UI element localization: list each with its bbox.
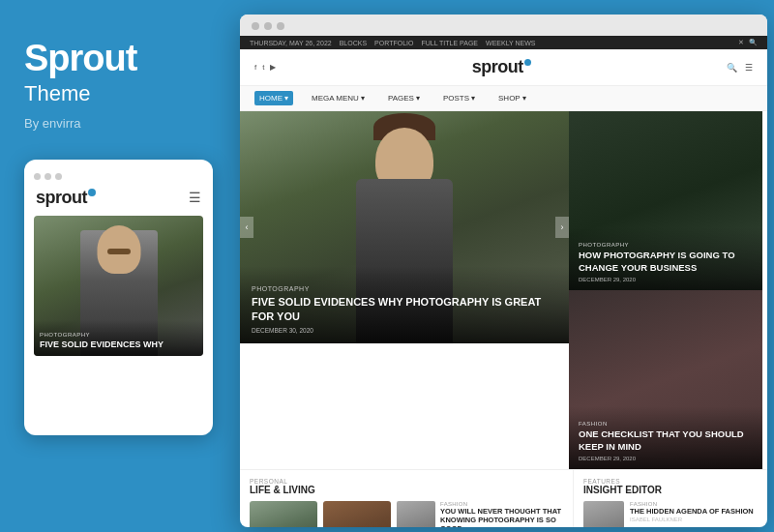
nav-pages[interactable]: PAGES ▾ [383,91,425,105]
theme-subtitle: Theme [24,81,213,106]
browser-dot-green [277,22,284,30]
hero-card-2-date: DECEMBER 29, 2020 [579,456,753,461]
topbar-icon-search[interactable]: 🔍 [749,39,758,46]
hero-card-2-overlay: FASHION ONE CHECKLIST THAT YOU SHOULD KE… [569,406,762,469]
hero-card-1-date: DECEMBER 29, 2020 [579,277,753,282]
lower-right-title: INSIGHT EDITOR [583,485,758,495]
mobile-dot-1 [34,173,41,180]
hero-card-2-category: FASHION [579,421,753,427]
hero-category: PHOTOGRAPHY [252,285,557,292]
hero-caption: PHOTOGRAPHY FIVE SOLID EVIDENCES WHY PHO… [240,266,569,343]
hero-right-cards: PHOTOGRAPHY HOW PHOTOGRAPHY IS GOING TO … [569,111,762,469]
site-topbar-right: ✕ 🔍 [738,39,758,46]
lower-left-title: LIFE & LIVING [250,485,563,495]
topbar-link-fullpage[interactable]: FULL TITLE PAGE [421,40,478,46]
right-article-text-1: FASHION THE HIDDEN AGENDA OF FASHION ISA… [630,501,758,522]
hero-date: DECEMBER 30, 2020 [252,327,557,334]
topbar-link-blocks[interactable]: BLOCKS [340,40,367,46]
header-menu-icon[interactable]: ☰ [745,63,753,73]
nav-megamenu[interactable]: MEGA MENU ▾ [307,91,370,105]
site-topbar-nav: BLOCKS PORTFOLIO FULL TITLE PAGE WEEKLY … [340,40,536,46]
site-header-social: f t ▶ [254,63,276,72]
theme-name: Sprout [24,39,213,79]
hero-card-1: PHOTOGRAPHY HOW PHOTOGRAPHY IS GOING TO … [569,111,762,290]
nav-shop[interactable]: SHOP ▾ [493,91,531,105]
mobile-menu-icon[interactable]: ☰ [189,190,201,205]
mobile-hero-title: FIVE SOLID EVIDENCES WHY [40,340,197,350]
hero-card-1-title: HOW PHOTOGRAPHY IS GOING TO CHANGE YOUR … [579,250,753,274]
mobile-logo: sprout [36,188,96,208]
lower-article-thumb-1 [250,501,317,527]
browser-dot-red [252,22,259,30]
topbar-date: THURSDAY, MAY 26, 2022 [250,40,332,46]
article-tiny-thumb-1 [397,501,435,527]
lower-left: PERSONAL LIFE & LIVING FASHION YOU WILL … [240,470,574,527]
right-article-thumb-1 [583,501,624,527]
site-logo[interactable]: sprout [472,57,531,77]
site-header: f t ▶ sprout 🔍 ☰ [240,49,767,86]
article-title-1: YOU WILL NEVER THOUGHT THAT KNOWING PHOT… [440,507,563,527]
topbar-link-weekly[interactable]: WEEKLY NEWS [486,40,535,46]
hero-card-1-overlay: PHOTOGRAPHY HOW PHOTOGRAPHY IS GOING TO … [569,227,762,290]
header-search-icon[interactable]: 🔍 [727,63,737,73]
social-facebook[interactable]: f [254,63,256,72]
site-logo-dot [524,59,531,66]
lower-left-label: PERSONAL [250,478,563,485]
site-topbar-left: THURSDAY, MAY 26, 2022 BLOCKS PORTFOLIO … [250,40,536,46]
right-article-title-1: THE HIDDEN AGENDA OF FASHION [630,507,758,516]
site-header-actions: 🔍 ☰ [727,63,753,73]
theme-author: By envirra [24,116,213,131]
list-item: FASHION YOU WILL NEVER THOUGHT THAT KNOW… [397,501,563,527]
hero-prev-button[interactable]: ‹ [240,217,253,238]
mobile-dots [34,173,203,180]
mobile-header: sprout ☰ [34,188,203,208]
lower-right-label: FEATURES [583,478,758,485]
social-youtube[interactable]: ▶ [270,63,276,72]
list-item: FASHION THE HIDDEN AGENDA OF FASHION ISA… [583,501,758,527]
article-text-1: FASHION YOU WILL NEVER THOUGHT THAT KNOW… [440,501,563,527]
hero-card-1-category: PHOTOGRAPHY [579,242,753,248]
mobile-dot-2 [45,173,51,180]
hero-section: ‹ › PHOTOGRAPHY FIVE SOLID EVIDENCES WHY… [240,111,569,343]
browser-window: THURSDAY, MAY 26, 2022 BLOCKS PORTFOLIO … [240,15,767,527]
right-article-author-1: ISABEL FAULKNER [630,517,758,522]
hero-title: FIVE SOLID EVIDENCES WHY PHOTOGRAPHY IS … [252,295,557,323]
mobile-hero-mustache [107,249,131,254]
lower-content: PERSONAL LIFE & LIVING FASHION YOU WILL … [240,469,767,527]
lower-article-list: FASHION YOU WILL NEVER THOUGHT THAT KNOW… [397,501,563,527]
right-articles: FASHION THE HIDDEN AGENDA OF FASHION ISA… [583,501,758,527]
mobile-mockup: sprout ☰ PHOTOGRAPHY FIVE SOLID EVIDENCE… [24,160,213,435]
lower-article-thumb-2 [323,501,391,527]
site-content: ‹ › PHOTOGRAPHY FIVE SOLID EVIDENCES WHY… [240,111,767,469]
nav-home[interactable]: HOME ▾ [254,91,293,105]
browser-chrome [240,15,767,36]
mobile-hero-image: PHOTOGRAPHY FIVE SOLID EVIDENCES WHY [34,216,203,356]
social-twitter[interactable]: t [262,63,264,72]
nav-posts[interactable]: POSTS ▾ [438,91,480,105]
lower-left-articles: FASHION YOU WILL NEVER THOUGHT THAT KNOW… [250,501,563,527]
browser-dot-yellow [264,22,272,30]
site-topbar: THURSDAY, MAY 26, 2022 BLOCKS PORTFOLIO … [240,36,767,49]
mobile-logo-dot [88,189,96,196]
lower-right: FEATURES INSIGHT EDITOR FASHION THE HIDD… [574,470,767,527]
topbar-icon-x[interactable]: ✕ [738,39,744,46]
site-nav: HOME ▾ MEGA MENU ▾ PAGES ▾ POSTS ▾ SHOP … [240,86,767,111]
hero-card-2-title: ONE CHECKLIST THAT YOU SHOULD KEEP IN MI… [579,429,753,453]
left-panel: Sprout Theme By envirra sprout ☰ PHOTOGR… [0,0,237,532]
mobile-dot-3 [55,173,62,180]
mobile-hero-category: PHOTOGRAPHY [40,332,197,338]
topbar-link-portfolio[interactable]: PORTFOLIO [374,40,413,46]
hero-card-2: FASHION ONE CHECKLIST THAT YOU SHOULD KE… [569,290,762,469]
mobile-hero-caption: PHOTOGRAPHY FIVE SOLID EVIDENCES WHY [34,320,203,356]
hero-next-button[interactable]: › [555,217,569,238]
